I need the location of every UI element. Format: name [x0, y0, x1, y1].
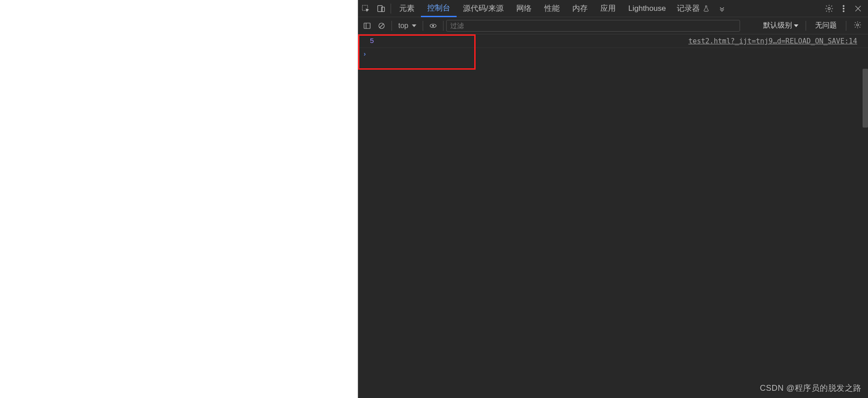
- svg-point-4: [843, 5, 844, 6]
- svg-point-12: [433, 25, 434, 26]
- console-log-row[interactable]: 5 test2.html?_ijt=tnj9…d=RELOAD_ON_SAVE:…: [358, 34, 868, 48]
- separator: [392, 21, 392, 31]
- device-toggle-icon[interactable]: [373, 0, 389, 17]
- chevron-down-icon: [412, 24, 416, 27]
- tab-recorder-label: 记录器: [677, 3, 700, 14]
- svg-line-10: [380, 24, 383, 28]
- tab-performance[interactable]: 性能: [538, 0, 566, 17]
- live-expression-icon[interactable]: [426, 19, 440, 33]
- flask-icon: [703, 5, 710, 12]
- settings-gear-icon[interactable]: [822, 0, 836, 17]
- console-prompt-row[interactable]: ›: [358, 48, 868, 61]
- tab-application[interactable]: 应用: [594, 0, 622, 17]
- issues-button[interactable]: 无问题: [809, 21, 843, 30]
- devtools-tabstrip: 元素 控制台 源代码/来源 网络 性能 内存 应用 Lighthouse 记录器: [358, 0, 868, 17]
- toggle-sidebar-icon[interactable]: [360, 19, 374, 33]
- svg-point-5: [843, 8, 844, 9]
- watermark-text: CSDN @程序员的脱发之路: [760, 383, 862, 393]
- tab-memory[interactable]: 内存: [566, 0, 594, 17]
- separator: [423, 21, 423, 31]
- tab-recorder[interactable]: 记录器: [672, 3, 714, 14]
- devtools-panel: 元素 控制台 源代码/来源 网络 性能 内存 应用 Lighthouse 记录器: [358, 0, 868, 398]
- context-label: top: [398, 22, 408, 30]
- console-source-link[interactable]: test2.html?_ijt=tnj9…d=RELOAD_ON_SAVE:14: [689, 34, 863, 48]
- svg-rect-7: [364, 23, 370, 28]
- tab-lighthouse[interactable]: Lighthouse: [622, 0, 672, 17]
- tab-console[interactable]: 控制台: [421, 0, 457, 17]
- svg-point-13: [857, 24, 859, 26]
- log-level-label: 默认级别: [763, 21, 792, 30]
- separator: [391, 4, 391, 14]
- console-toolbar: top 默认级别 无问题: [358, 17, 868, 34]
- console-filter-input[interactable]: [446, 20, 740, 32]
- console-log-value: 5: [370, 34, 374, 48]
- vertical-scrollbar[interactable]: [863, 69, 868, 128]
- console-settings-icon[interactable]: [849, 21, 866, 31]
- tab-elements[interactable]: 元素: [393, 0, 421, 17]
- console-input[interactable]: [369, 50, 868, 58]
- tab-network[interactable]: 网络: [510, 0, 538, 17]
- svg-point-3: [828, 7, 830, 9]
- log-level-select[interactable]: 默认级别: [759, 21, 803, 30]
- chevron-down-icon: [794, 24, 798, 27]
- kebab-menu-icon[interactable]: [836, 0, 851, 17]
- tab-sources[interactable]: 源代码/来源: [457, 0, 510, 17]
- close-devtools-icon[interactable]: [851, 0, 865, 17]
- more-tabs-icon[interactable]: [714, 0, 730, 17]
- execution-context-select[interactable]: top: [395, 22, 420, 30]
- clear-console-icon[interactable]: [374, 19, 389, 33]
- separator: [806, 21, 806, 31]
- console-output: 5 test2.html?_ijt=tnj9…d=RELOAD_ON_SAVE:…: [358, 34, 868, 398]
- console-prompt-caret: ›: [363, 50, 367, 58]
- separator: [443, 21, 443, 31]
- inspect-element-icon[interactable]: [358, 0, 373, 17]
- separator: [846, 21, 846, 31]
- page-content-pane: [0, 0, 358, 398]
- svg-rect-2: [382, 7, 385, 11]
- svg-point-6: [843, 10, 844, 12]
